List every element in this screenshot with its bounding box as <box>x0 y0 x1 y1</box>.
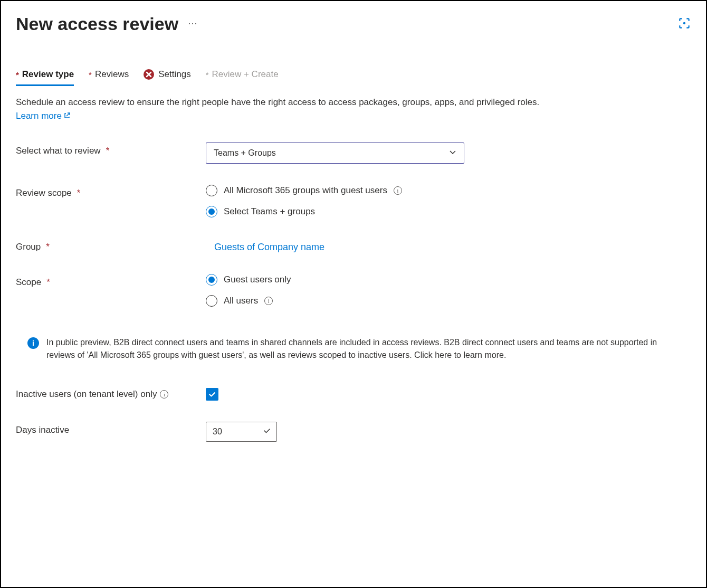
required-asterisk: * <box>77 188 81 198</box>
radio-icon <box>206 185 217 196</box>
tab-review-create[interactable]: * Review + Create <box>206 66 279 85</box>
required-asterisk: * <box>206 70 209 79</box>
label-text: Group <box>16 242 41 252</box>
review-scope-radio-group: All Microsoft 365 groups with guest user… <box>206 185 691 217</box>
row-select-what: Select what to review * Teams + Groups <box>16 143 691 164</box>
page-header: New access review ⋯ <box>16 14 691 34</box>
radio-icon <box>206 206 217 217</box>
label-days-inactive: Days inactive <box>16 422 206 435</box>
tab-review-type[interactable]: * Review type <box>16 66 74 85</box>
radio-guest-users-only[interactable]: Guest users only <box>206 274 691 286</box>
svg-point-0 <box>683 22 685 24</box>
group-link[interactable]: Guests of Company name <box>206 239 324 253</box>
info-icon[interactable]: i <box>394 186 402 195</box>
required-asterisk: * <box>89 70 92 79</box>
learn-more-link[interactable]: Learn more <box>16 111 70 121</box>
tab-settings[interactable]: Settings <box>144 66 190 85</box>
radio-all-users[interactable]: All users i <box>206 295 691 307</box>
check-icon <box>208 390 216 399</box>
info-filled-icon: i <box>27 337 39 349</box>
radio-label: All Microsoft 365 groups with guest user… <box>224 185 387 196</box>
label-select-what: Select what to review * <box>16 143 206 156</box>
required-asterisk: * <box>16 70 19 79</box>
focus-mode-icon[interactable] <box>677 16 691 32</box>
label-text: Review scope <box>16 188 72 198</box>
label-text: Days inactive <box>16 425 69 435</box>
intro-text: Schedule an access review to ensure the … <box>16 97 691 108</box>
select-what-value: Teams + Groups <box>214 148 276 158</box>
tab-label: Reviews <box>95 69 129 80</box>
check-icon <box>263 426 271 437</box>
learn-more-label: Learn more <box>16 111 62 121</box>
row-days-inactive: Days inactive 30 <box>16 422 691 442</box>
label-text: Select what to review <box>16 146 101 156</box>
tab-label: Review type <box>22 69 74 80</box>
required-asterisk: * <box>46 277 50 288</box>
radio-label: Guest users only <box>224 274 291 285</box>
scope-radio-group: Guest users only All users i <box>206 274 691 307</box>
radio-all-m365-groups[interactable]: All Microsoft 365 groups with guest user… <box>206 185 691 196</box>
info-text: In public preview, B2B direct connect us… <box>46 336 681 362</box>
row-inactive-users: Inactive users (on tenant level) only i <box>16 388 691 401</box>
tab-label: Settings <box>158 69 190 80</box>
chevron-down-icon <box>449 148 456 158</box>
label-group: Group * <box>16 239 206 252</box>
label-text: Inactive users (on tenant level) only <box>16 389 157 400</box>
radio-icon <box>206 274 217 286</box>
tab-label: Review + Create <box>212 69 278 80</box>
info-icon[interactable]: i <box>264 297 273 305</box>
required-asterisk: * <box>106 146 110 156</box>
radio-select-teams-groups[interactable]: Select Teams + groups <box>206 206 691 217</box>
radio-icon <box>206 295 217 307</box>
label-review-scope: Review scope * <box>16 185 206 198</box>
radio-label: All users <box>224 296 258 306</box>
page-container: New access review ⋯ * Review type * Revi… <box>0 0 707 588</box>
info-icon[interactable]: i <box>160 390 168 399</box>
days-inactive-value: 30 <box>213 427 263 437</box>
preview-info-banner: i In public preview, B2B direct connect … <box>16 333 691 365</box>
row-group: Group * Guests of Company name <box>16 239 691 253</box>
label-scope: Scope * <box>16 274 206 288</box>
inactive-users-checkbox[interactable] <box>206 388 218 401</box>
row-scope: Scope * Guest users only All users i <box>16 274 691 307</box>
required-asterisk: * <box>46 242 50 252</box>
label-inactive-users: Inactive users (on tenant level) only i <box>16 388 206 400</box>
tabs: * Review type * Reviews Settings * Revie… <box>16 66 691 86</box>
label-text: Scope <box>16 277 41 288</box>
tab-reviews[interactable]: * Reviews <box>89 66 129 85</box>
more-actions-icon[interactable]: ⋯ <box>188 17 198 31</box>
external-link-icon <box>64 111 70 121</box>
row-review-scope: Review scope * All Microsoft 365 groups … <box>16 185 691 217</box>
days-inactive-input[interactable]: 30 <box>206 422 277 442</box>
select-what-dropdown[interactable]: Teams + Groups <box>206 143 464 164</box>
error-icon <box>144 69 154 80</box>
page-title: New access review <box>16 14 178 34</box>
radio-label: Select Teams + groups <box>224 206 315 217</box>
